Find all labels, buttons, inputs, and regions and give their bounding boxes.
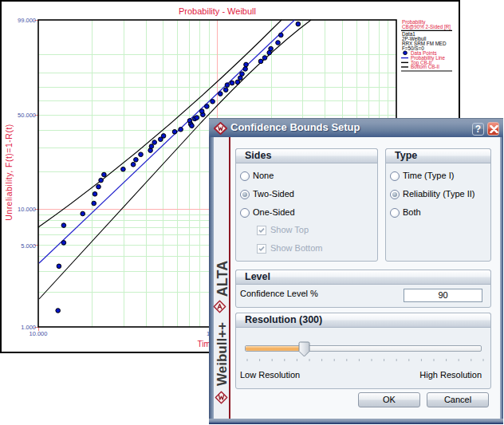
svg-text:99.000: 99.000	[18, 17, 36, 24]
svg-text:50.000: 50.000	[18, 112, 36, 119]
svg-text:5.000: 5.000	[21, 242, 36, 250]
svg-text:Bottom CB-II: Bottom CB-II	[411, 64, 439, 69]
svg-text:Probability - Weibull: Probability - Weibull	[179, 6, 256, 16]
svg-text:CB@90% 2-Sided [R]: CB@90% 2-Sided [R]	[402, 24, 451, 30]
svg-text:10.000: 10.000	[30, 330, 48, 337]
svg-text:Unreliability, F(t)=1-R(t): Unreliability, F(t)=1-R(t)	[4, 124, 14, 221]
svg-text:10.000: 10.000	[18, 206, 36, 213]
